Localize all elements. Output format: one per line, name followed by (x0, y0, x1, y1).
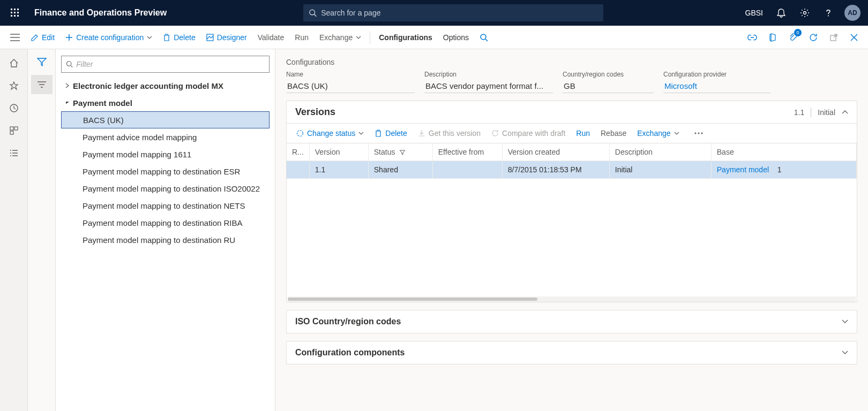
svg-rect-18 (207, 34, 213, 41)
status-icon (296, 130, 304, 137)
popout-icon[interactable] (824, 28, 843, 47)
cell-base-link[interactable]: Payment model (717, 165, 769, 174)
page-title: Configurations (286, 58, 857, 66)
notifications-icon[interactable] (770, 2, 792, 24)
tree-node-payment-riba[interactable]: Payment model mapping to destination RIB… (61, 214, 270, 231)
col-created[interactable]: Version created (502, 143, 609, 161)
svg-line-10 (314, 14, 316, 17)
tree-filter-input[interactable] (61, 56, 270, 73)
search-input[interactable] (321, 9, 598, 17)
tree-node-payment-esr[interactable]: Payment model mapping to destination ESR (61, 163, 270, 180)
col-r[interactable]: R... (287, 143, 309, 161)
chevron-down-icon[interactable] (842, 319, 848, 324)
field-desc-value[interactable]: BACS vendor payment format f... (424, 80, 553, 93)
tree-node-payment-ru[interactable]: Payment model mapping to destination RU (61, 231, 270, 248)
iso-title: ISO Country/region codes (295, 317, 401, 326)
close-icon[interactable] (844, 28, 864, 47)
exchange-button[interactable]: Exchange (314, 28, 366, 47)
configurations-tab[interactable]: Configurations (373, 28, 438, 47)
col-base[interactable]: Base (711, 143, 856, 161)
main: Electronic ledger accounting model MX Pa… (0, 49, 868, 411)
search-action-icon[interactable] (474, 28, 493, 47)
rail-recent-icon[interactable] (3, 97, 25, 119)
cell-description[interactable]: Initial (609, 161, 711, 179)
pencil-icon (31, 34, 39, 41)
table-row[interactable]: 1.1 Shared 8/7/2015 01:18:53 PM Initial … (287, 161, 857, 179)
versions-summary-status: Initial (818, 108, 835, 117)
field-country-value[interactable]: GB (563, 80, 654, 93)
col-status[interactable]: Status (368, 143, 432, 161)
cell-r[interactable] (287, 161, 309, 179)
separator (370, 31, 370, 44)
rail-favorites-icon[interactable] (3, 75, 25, 96)
rebase-button[interactable]: Rebase (596, 127, 631, 140)
collapse-icon[interactable] (842, 110, 848, 115)
run-button[interactable]: Run (289, 28, 314, 47)
edit-button[interactable]: Edit (26, 28, 60, 47)
filter-funnel-icon[interactable] (31, 52, 53, 72)
svg-line-38 (71, 66, 72, 67)
link-icon[interactable] (743, 28, 762, 47)
tree-node-payment-1611[interactable]: Payment model mapping 1611 (61, 146, 270, 163)
edit-label: Edit (42, 33, 55, 42)
col-effective[interactable]: Effective from (432, 143, 502, 161)
cell-base[interactable]: Payment model 1 (711, 161, 856, 179)
components-section[interactable]: Configuration components (286, 341, 857, 364)
field-name-value[interactable]: BACS (UK) (286, 80, 415, 93)
tree-node-payment-iso[interactable]: Payment model mapping to destination ISO… (61, 180, 270, 197)
filter-lines-icon[interactable] (31, 75, 53, 94)
tree-node-bacs-uk[interactable]: BACS (UK) (61, 111, 270, 128)
versions-delete-button[interactable]: Delete (370, 127, 411, 140)
cell-status[interactable]: Shared (368, 161, 432, 179)
cell-version[interactable]: 1.1 (309, 161, 368, 179)
app-launcher-icon[interactable] (4, 2, 26, 24)
cell-effective[interactable] (432, 161, 502, 179)
field-country-label: Country/region codes (563, 71, 654, 78)
validate-button[interactable]: Validate (252, 28, 290, 47)
tree-node-payment-advice[interactable]: Payment advice model mapping (61, 128, 270, 146)
global-search[interactable] (303, 4, 603, 21)
tree-node-payment-nets[interactable]: Payment model mapping to destination NET… (61, 197, 270, 214)
avatar[interactable]: AD (844, 5, 860, 21)
versions-exchange-button[interactable]: Exchange (633, 127, 683, 140)
search-icon (309, 9, 317, 17)
versions-section: Versions 1.1 Initial Change status (286, 101, 857, 302)
field-provider-value[interactable]: Microsoft (663, 80, 770, 93)
iso-section[interactable]: ISO Country/region codes (286, 310, 857, 333)
settings-icon[interactable] (794, 2, 815, 24)
office-icon[interactable] (763, 28, 782, 47)
attachments-icon[interactable]: 0 (783, 28, 803, 47)
refresh-icon (491, 130, 499, 137)
nav-toggle-icon[interactable] (4, 27, 26, 48)
designer-label: Designer (217, 33, 247, 42)
svg-rect-26 (14, 127, 18, 130)
change-status-button[interactable]: Change status (292, 127, 368, 140)
rail-home-icon[interactable] (3, 52, 25, 74)
versions-run-button[interactable]: Run (572, 127, 594, 140)
filter-icon (399, 150, 406, 155)
trash-icon (375, 130, 382, 137)
chevron-down-icon (358, 132, 364, 135)
more-button[interactable] (690, 130, 707, 136)
refresh-icon[interactable] (804, 28, 823, 47)
tree-panel: Electronic ledger accounting model MX Pa… (56, 49, 275, 411)
create-configuration-button[interactable]: Create configuration (60, 28, 158, 47)
tree-node-payment-model[interactable]: Payment model (61, 94, 270, 111)
tree-node-ledger-mx[interactable]: Electronic ledger accounting model MX (61, 77, 270, 94)
components-title: Configuration components (295, 348, 405, 357)
svg-rect-8 (17, 15, 19, 17)
horizontal-scrollbar[interactable] (288, 296, 856, 302)
cell-created[interactable]: 8/7/2015 01:18:53 PM (502, 161, 609, 179)
rail-workspaces-icon[interactable] (3, 120, 25, 141)
col-version[interactable]: Version (309, 143, 368, 161)
svg-rect-27 (10, 131, 13, 134)
delete-button[interactable]: Delete (158, 28, 200, 47)
company-picker[interactable]: GBSI (740, 9, 768, 17)
chevron-down-icon[interactable] (842, 351, 848, 355)
col-description[interactable]: Description (609, 143, 711, 161)
rail-modules-icon[interactable] (3, 142, 25, 164)
help-icon[interactable] (818, 2, 839, 24)
options-tab[interactable]: Options (438, 28, 474, 47)
attachments-badge: 0 (794, 29, 802, 36)
designer-button[interactable]: Designer (201, 28, 252, 47)
